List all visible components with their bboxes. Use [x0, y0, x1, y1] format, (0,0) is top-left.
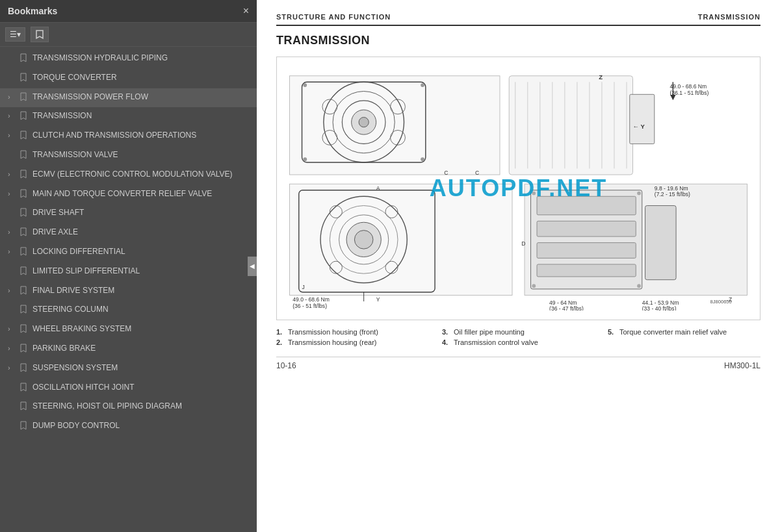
caption-area: 1.Transmission housing (front)3.Oil fill… [276, 328, 760, 346]
bookmark-icon [20, 363, 29, 375]
bookmark-label: TRANSMISSION POWER FLOW [32, 92, 148, 103]
bookmark-item-drive-shaft[interactable]: DRIVE SHAFT [0, 204, 257, 223]
bookmark-label: WHEEL BRAKING SYSTEM [32, 323, 131, 335]
bookmark-label: SUSPENSION SYSTEM [32, 362, 118, 374]
svg-text:C: C [475, 170, 479, 176]
page-number: 10-16 [276, 361, 296, 370]
sidebar-close-button[interactable]: × [243, 5, 249, 17]
bookmark-label: DRIVE AXLE [32, 227, 78, 238]
bookmark-item-main-torque-relief[interactable]: ›MAIN AND TORQUE CONVERTER RELIEF VALVE [0, 185, 257, 205]
page-container: STRUCTURE AND FUNCTION TRANSMISSION TRAN… [257, 0, 780, 532]
svg-text:49.0 - 68.6 Nm: 49.0 - 68.6 Nm [292, 296, 330, 303]
caption-item: 3.Oil filler pipe mounting [442, 328, 595, 336]
svg-rect-55 [537, 243, 636, 259]
bookmark-button[interactable] [31, 27, 49, 42]
bottom-right-view: 9.8 - 19.6 Nm (7.2 - 15 ft/lbs) D Z 49 -… [521, 184, 747, 310]
caption-num: 3. [442, 328, 451, 336]
bookmark-icon [20, 401, 29, 414]
caption-text: Oil filler pipe mounting [454, 328, 525, 336]
chevron-icon: › [8, 227, 17, 237]
chevron-icon: › [8, 170, 17, 179]
bookmark-item-wheel-braking-system[interactable]: ›WHEEL BRAKING SYSTEM [0, 320, 257, 340]
bookmark-item-locking-differential[interactable]: ›LOCKING DIFFERENTIAL [0, 243, 257, 262]
sidebar-toolbar: ☰▾ [0, 23, 257, 47]
collapse-sidebar-button[interactable]: ◀ [248, 257, 257, 276]
bookmark-item-torque-converter[interactable]: TORQUE CONVERTER [0, 69, 257, 88]
bookmark-label: LOCKING DIFFERENTIAL [32, 246, 125, 257]
bookmark-icon [20, 286, 29, 298]
svg-text:← Y: ← Y [632, 123, 645, 130]
main-content: STRUCTURE AND FUNCTION TRANSMISSION TRAN… [257, 0, 780, 532]
bookmark-list: TRANSMISSION HYDRAULIC PIPING TORQUE CON… [0, 47, 257, 532]
sidebar-header: Bookmarks × [0, 0, 257, 23]
caption-num: 1. [276, 328, 285, 336]
bookmark-item-dump-body-control[interactable]: DUMP BODY CONTROL [0, 417, 257, 437]
bookmark-label: OSCILLATION HITCH JOINT [32, 382, 134, 393]
bookmark-label: CLUTCH AND TRANSMISSION OPERATIONS [32, 130, 196, 141]
svg-rect-54 [537, 221, 636, 236]
bookmark-icon [20, 266, 29, 279]
svg-point-11 [303, 83, 307, 87]
svg-point-59 [532, 284, 536, 288]
bookmark-label: MAIN AND TORQUE CONVERTER RELIEF VALVE [32, 188, 212, 199]
svg-text:A: A [376, 185, 380, 192]
bookmark-item-steering-column[interactable]: STEERING COLUMN [0, 301, 257, 320]
chevron-icon: › [8, 324, 17, 334]
svg-text:8J800650: 8J800650 [710, 299, 731, 305]
bookmark-item-ecmv[interactable]: ›ECMV (ELECTRONIC CONTROL MODULATION VAL… [0, 166, 257, 185]
caption-num: 5. [608, 328, 617, 336]
bookmark-icon [20, 111, 29, 123]
bookmark-icon [20, 227, 29, 240]
bookmark-icon [20, 73, 29, 85]
bookmark-label: TRANSMISSION VALVE [32, 149, 118, 160]
bookmark-item-oscillation-hitch-joint[interactable]: OSCILLATION HITCH JOINT [0, 379, 257, 398]
svg-rect-53 [537, 196, 636, 215]
document-id: HM300-1L [724, 361, 760, 370]
bookmark-label: LIMITED SLIP DIFFERENTIAL [32, 266, 140, 277]
bookmark-item-parking-brake[interactable]: ›PARKING BRAKE [0, 340, 257, 359]
svg-text:(36 - 47 ft/lbs): (36 - 47 ft/lbs) [549, 305, 584, 310]
caption-item: 5.Torque converter main relief valve [608, 328, 760, 336]
bookmark-label: FINAL DRIVE SYSTEM [32, 285, 114, 296]
diagram-area: AUTOPDF.NET [276, 57, 760, 320]
caption-text: Transmission housing (front) [288, 328, 378, 336]
bookmark-item-steering-hoist-oil[interactable]: STEERING, HOIST OIL PIPING DIAGRAM [0, 398, 257, 417]
chevron-icon: › [8, 363, 17, 373]
bookmark-item-transmission-hydraulic-piping[interactable]: TRANSMISSION HYDRAULIC PIPING [0, 49, 257, 69]
svg-point-57 [532, 192, 536, 196]
page-title: TRANSMISSION [276, 34, 760, 47]
caption-num: 2. [276, 338, 285, 346]
bookmark-icon [20, 305, 29, 317]
bookmark-item-transmission-valve[interactable]: TRANSMISSION VALVE [0, 146, 257, 166]
svg-point-12 [421, 83, 424, 87]
bookmark-item-transmission-power-flow[interactable]: ›TRANSMISSION POWER FLOW [0, 88, 257, 108]
caption-text: Transmission control valve [454, 338, 538, 346]
bookmark-icon [20, 344, 29, 356]
bookmark-item-drive-axle[interactable]: ›DRIVE AXLE [0, 223, 257, 243]
chevron-icon: › [8, 189, 17, 199]
bookmark-item-transmission[interactable]: ›TRANSMISSION [0, 107, 257, 127]
svg-rect-34 [290, 184, 512, 295]
bookmark-icon [20, 189, 29, 201]
svg-rect-56 [537, 264, 636, 277]
bookmark-item-clutch-transmission-operations[interactable]: ›CLUTCH AND TRANSMISSION OPERATIONS [0, 127, 257, 146]
bookmark-label: PARKING BRAKE [32, 343, 96, 354]
bookmark-icon [20, 131, 29, 143]
page-header: STRUCTURE AND FUNCTION TRANSMISSION [276, 13, 760, 26]
svg-point-60 [637, 284, 641, 288]
caption-item: 2.Transmission housing (rear) [276, 338, 429, 346]
bookmark-icon [20, 92, 29, 105]
bookmark-icon [20, 421, 29, 433]
svg-point-14 [421, 157, 424, 161]
bookmark-icon [20, 53, 29, 66]
sidebar-title: Bookmarks [8, 6, 57, 16]
svg-text:49.0 - 68.6 Nm: 49.0 - 68.6 Nm [670, 83, 707, 90]
svg-text:Z: Z [599, 73, 603, 81]
view-options-button[interactable]: ☰▾ [5, 27, 25, 42]
bookmark-item-final-drive-system[interactable]: ›FINAL DRIVE SYSTEM [0, 282, 257, 301]
caption-text: Torque converter main relief valve [619, 328, 727, 336]
bookmark-label: TRANSMISSION HYDRAULIC PIPING [32, 53, 168, 64]
bookmark-item-suspension-system[interactable]: ›SUSPENSION SYSTEM [0, 359, 257, 379]
page-footer: 10-16 HM300-1L [276, 357, 760, 370]
bookmark-item-limited-slip-differential[interactable]: LIMITED SLIP DIFFERENTIAL [0, 262, 257, 282]
